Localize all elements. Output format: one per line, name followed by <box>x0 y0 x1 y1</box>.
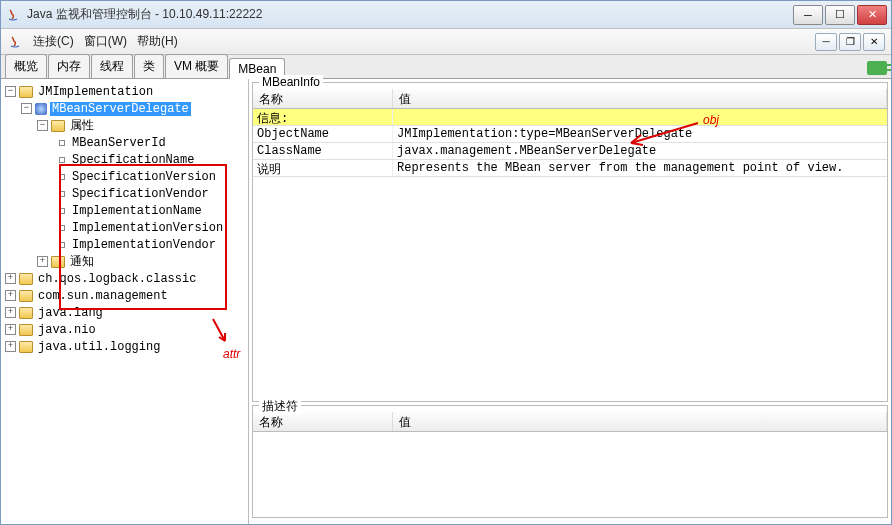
tab-vm-summary[interactable]: VM 概要 <box>165 54 228 78</box>
tree-label-selected: MBeanServerDelegate <box>50 102 191 116</box>
leaf-icon <box>59 191 65 197</box>
expand-icon[interactable]: + <box>37 256 48 267</box>
minimize-button[interactable]: ─ <box>793 5 823 25</box>
mdi-buttons: ─ ❐ ✕ <box>815 33 885 51</box>
tree-leaf-specificationname[interactable]: SpecificationName <box>3 151 246 168</box>
leaf-icon <box>59 208 65 214</box>
expand-icon[interactable]: + <box>5 273 16 284</box>
col-name[interactable]: 名称 <box>253 89 393 108</box>
tabbar: 概览 内存 线程 类 VM 概要 MBean <box>1 55 891 79</box>
expand-icon[interactable]: + <box>5 324 16 335</box>
info-row-info[interactable]: 信息: <box>253 109 887 126</box>
tab-overview[interactable]: 概览 <box>5 54 47 78</box>
titlebar: Java 监视和管理控制台 - 10.10.49.11:22222 ─ ☐ ✕ <box>1 1 891 29</box>
descriptor-group: 描述符 名称 值 <box>252 405 888 518</box>
menu-connect[interactable]: 连接(C) <box>33 33 74 50</box>
cell-key: 说明 <box>253 160 393 176</box>
expand-icon[interactable]: + <box>5 307 16 318</box>
cell-val: JMImplementation:type=MBeanServerDelegat… <box>393 126 887 142</box>
tree-node-javalogging[interactable]: +java.util.logging <box>3 338 246 355</box>
info-row-description[interactable]: 说明 Represents the MBean server from the … <box>253 160 887 177</box>
leaf-icon <box>59 225 65 231</box>
leaf-icon <box>59 140 65 146</box>
annotation-obj-label: obj <box>703 113 719 127</box>
mdi-close-button[interactable]: ✕ <box>863 33 885 51</box>
col-value[interactable]: 值 <box>393 89 887 108</box>
mbeaninfo-legend: MBeanInfo <box>259 75 323 89</box>
menu-help[interactable]: 帮助(H) <box>137 33 178 50</box>
tree-leaf-implementationname[interactable]: ImplementationName <box>3 202 246 219</box>
mbeaninfo-group: MBeanInfo 名称 值 信息: ObjectName JMImplemen… <box>252 82 888 402</box>
cell-val <box>393 109 887 125</box>
tree-node-jmimplementation[interactable]: − JMImplementation <box>3 83 246 100</box>
cell-val: javax.management.MBeanServerDelegate <box>393 143 887 159</box>
info-row-objectname[interactable]: ObjectName JMImplementation:type=MBeanSe… <box>253 126 887 143</box>
bean-icon <box>35 103 47 115</box>
collapse-icon[interactable]: − <box>5 86 16 97</box>
leaf-icon <box>59 174 65 180</box>
mdi-minimize-button[interactable]: ─ <box>815 33 837 51</box>
folder-icon <box>19 341 33 353</box>
expand-icon[interactable]: + <box>5 341 16 352</box>
tree-leaf-mbeanserverid[interactable]: MBeanServerId <box>3 134 246 151</box>
info-row-classname[interactable]: ClassName javax.management.MBeanServerDe… <box>253 143 887 160</box>
tree-node-sunmgmt[interactable]: +com.sun.management <box>3 287 246 304</box>
tree-node-attributes[interactable]: − 属性 <box>3 117 246 134</box>
app-window: Java 监视和管理控制台 - 10.10.49.11:22222 ─ ☐ ✕ … <box>0 0 892 525</box>
folder-icon <box>51 120 65 132</box>
maximize-button[interactable]: ☐ <box>825 5 855 25</box>
tree-node-javalang[interactable]: +java.lang <box>3 304 246 321</box>
menubar: 连接(C) 窗口(W) 帮助(H) ─ ❐ ✕ <box>1 29 891 55</box>
descriptor-legend: 描述符 <box>259 398 301 415</box>
annotation-attr-label: attr <box>223 347 240 361</box>
folder-icon <box>19 324 33 336</box>
cell-key: ObjectName <box>253 126 393 142</box>
tree-node-mbeanserverdelegate[interactable]: − MBeanServerDelegate <box>3 100 246 117</box>
folder-icon <box>19 290 33 302</box>
collapse-icon[interactable]: − <box>37 120 48 131</box>
leaf-icon <box>59 157 65 163</box>
expand-icon[interactable]: + <box>5 290 16 301</box>
tree-leaf-implementationvendor[interactable]: ImplementationVendor <box>3 236 246 253</box>
menu-window[interactable]: 窗口(W) <box>84 33 127 50</box>
tree-leaf-implementationversion[interactable]: ImplementationVersion <box>3 219 246 236</box>
content-area: − JMImplementation − MBeanServerDelegate… <box>1 79 891 524</box>
connection-status-icon <box>867 61 887 75</box>
close-button[interactable]: ✕ <box>857 5 887 25</box>
tree-label: 属性 <box>68 117 96 134</box>
cell-key: ClassName <box>253 143 393 159</box>
tree-node-logback[interactable]: +ch.qos.logback.classic <box>3 270 246 287</box>
tab-classes[interactable]: 类 <box>134 54 164 78</box>
folder-icon <box>19 86 33 98</box>
tree-label: JMImplementation <box>36 85 155 99</box>
mbean-tree: − JMImplementation − MBeanServerDelegate… <box>1 79 249 524</box>
folder-icon <box>19 307 33 319</box>
tab-threads[interactable]: 线程 <box>91 54 133 78</box>
window-buttons: ─ ☐ ✕ <box>793 5 887 25</box>
col-value[interactable]: 值 <box>393 412 887 431</box>
folder-icon <box>51 256 65 268</box>
tree-leaf-specificationversion[interactable]: SpecificationVersion <box>3 168 246 185</box>
descriptor-header: 名称 值 <box>253 412 887 432</box>
java-icon <box>7 34 23 50</box>
leaf-icon <box>59 242 65 248</box>
window-title: Java 监视和管理控制台 - 10.10.49.11:22222 <box>27 6 793 23</box>
info-panel: MBeanInfo 名称 值 信息: ObjectName JMImplemen… <box>249 79 891 524</box>
mdi-restore-button[interactable]: ❐ <box>839 33 861 51</box>
folder-icon <box>19 273 33 285</box>
cell-val: Represents the MBean server from the man… <box>393 160 887 176</box>
tree-leaf-specificationvendor[interactable]: SpecificationVendor <box>3 185 246 202</box>
cell-key: 信息: <box>253 109 393 125</box>
tree-node-javanio[interactable]: +java.nio <box>3 321 246 338</box>
tab-memory[interactable]: 内存 <box>48 54 90 78</box>
java-icon <box>5 7 21 23</box>
info-header: 名称 值 <box>253 89 887 109</box>
tree-node-notifications[interactable]: + 通知 <box>3 253 246 270</box>
collapse-icon[interactable]: − <box>21 103 32 114</box>
tree-label: 通知 <box>68 253 96 270</box>
